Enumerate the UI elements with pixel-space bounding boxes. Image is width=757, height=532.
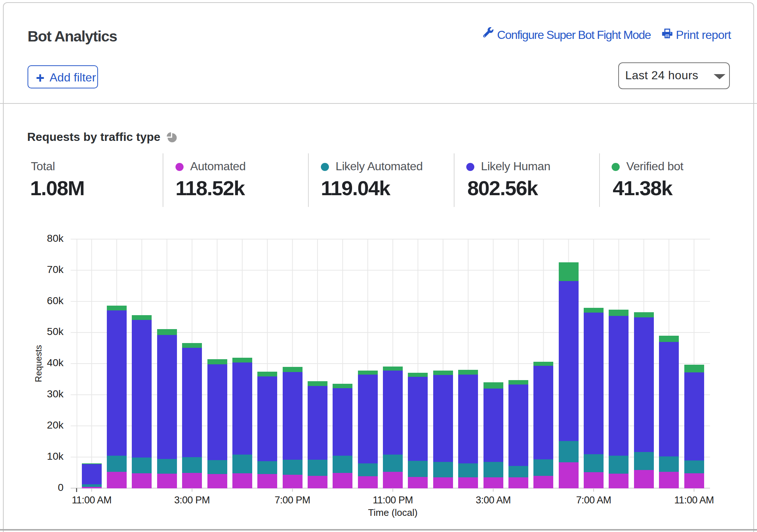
svg-text:0: 0 <box>58 482 64 493</box>
svg-text:3:00 AM: 3:00 AM <box>476 495 511 506</box>
svg-text:7:00 PM: 7:00 PM <box>275 495 310 506</box>
svg-text:11:00 PM: 11:00 PM <box>373 495 413 506</box>
svg-text:50k: 50k <box>47 326 64 337</box>
svg-text:7:00 AM: 7:00 AM <box>576 495 611 506</box>
svg-text:40k: 40k <box>47 357 64 368</box>
svg-text:11:00 AM: 11:00 AM <box>72 495 112 506</box>
svg-text:Requests: Requests <box>33 345 43 382</box>
svg-text:Time (local): Time (local) <box>368 507 418 518</box>
svg-text:10k: 10k <box>47 451 64 462</box>
svg-text:60k: 60k <box>47 295 64 306</box>
svg-text:20k: 20k <box>47 419 64 431</box>
svg-text:80k: 80k <box>47 233 64 244</box>
svg-text:11:00 AM: 11:00 AM <box>674 495 714 506</box>
svg-text:70k: 70k <box>47 264 64 275</box>
svg-text:3:00 PM: 3:00 PM <box>174 495 210 506</box>
svg-text:30k: 30k <box>47 388 64 400</box>
